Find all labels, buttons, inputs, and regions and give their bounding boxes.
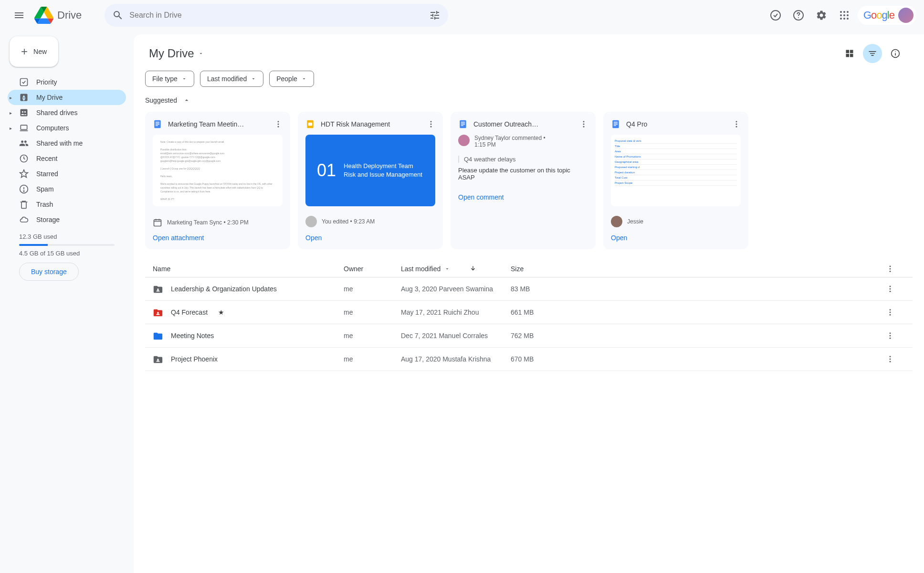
svg-rect-25: [156, 126, 158, 126]
table-row[interactable]: Meeting NotesmeDec 7, 2021 Manuel Corral…: [145, 324, 913, 348]
offline-status-button[interactable]: [766, 6, 785, 25]
apps-button[interactable]: [835, 6, 854, 25]
sort-caret-icon: [444, 266, 450, 272]
sidebar-item-priority[interactable]: Priority: [8, 74, 126, 90]
row-size-cell: 670 MB: [511, 355, 578, 363]
sidebar-item-my-drive[interactable]: ▸My Drive: [8, 90, 126, 105]
col-owner[interactable]: Owner: [344, 265, 401, 273]
suggested-card[interactable]: HDT Risk Management01Health Deployment T…: [298, 112, 443, 249]
location-breadcrumb[interactable]: My Drive: [145, 45, 208, 62]
expand-arrow-icon: ▸: [10, 126, 12, 131]
svg-point-42: [583, 126, 585, 127]
sidebar-item-shared-with-me[interactable]: Shared with me: [8, 136, 126, 151]
svg-point-41: [583, 124, 585, 125]
row-modified-cell: Aug 17, 2020 Mustafa Krishna: [401, 355, 511, 363]
sidebar-item-storage[interactable]: Storage: [8, 212, 126, 227]
gear-icon: [816, 10, 827, 21]
sidebar-item-computers[interactable]: ▸Computers: [8, 120, 126, 136]
svg-point-56: [890, 288, 891, 290]
nav-list: Priority▸My Drive▸Shared drives▸Computer…: [8, 74, 126, 227]
svg-point-6: [840, 14, 842, 16]
col-actions[interactable]: [886, 265, 905, 273]
google-logo: Google: [863, 9, 894, 21]
sidebar-item-recent[interactable]: Recent: [8, 151, 126, 166]
sidebar-item-spam[interactable]: Spam: [8, 181, 126, 197]
new-button[interactable]: + New: [10, 36, 58, 67]
row-menu-button[interactable]: [886, 285, 905, 293]
dropdown-caret-icon: [198, 51, 204, 56]
suggested-card[interactable]: Marketing Team Meetin…Note: Create a cop…: [145, 112, 290, 249]
storage-section: 12.3 GB used 4.5 GB of 15 GB used Buy st…: [8, 227, 126, 286]
info-button[interactable]: [886, 44, 905, 63]
svg-rect-31: [308, 123, 312, 126]
svg-rect-23: [156, 123, 159, 124]
sidebar: + New Priority▸My Drive▸Shared drives▸Co…: [0, 31, 134, 573]
card-menu-button[interactable]: [579, 120, 588, 128]
sidebar-item-starred[interactable]: Starred: [8, 166, 126, 181]
grid-view-button[interactable]: [840, 44, 859, 63]
card-action-link[interactable]: Open attachment: [153, 234, 283, 242]
main-menu-button[interactable]: [8, 4, 31, 27]
sidebar-item-shared-drives[interactable]: ▸Shared drives: [8, 105, 126, 120]
search-input[interactable]: [129, 11, 423, 20]
card-footer-text: You edited • 9:23 AM: [322, 218, 375, 225]
folder-icon: [153, 284, 162, 294]
buy-storage-button[interactable]: Buy storage: [19, 263, 79, 281]
row-size-cell: 83 MB: [511, 285, 578, 293]
help-button[interactable]: [789, 6, 808, 25]
row-menu-button[interactable]: [886, 355, 905, 363]
card-action-link[interactable]: Open comment: [458, 193, 588, 201]
filter-chip-people[interactable]: People: [269, 71, 314, 87]
row-owner-cell: me: [344, 355, 401, 363]
col-size[interactable]: Size: [511, 265, 578, 273]
app-logo[interactable]: Drive: [34, 6, 82, 25]
filter-chip-last-modified[interactable]: Last modified: [200, 71, 263, 87]
card-menu-button[interactable]: [274, 120, 283, 128]
help-icon: [793, 10, 804, 21]
col-name[interactable]: Name: [153, 265, 344, 273]
sidebar-item-label: Computers: [36, 124, 69, 132]
row-owner-cell: me: [344, 332, 401, 340]
svg-point-33: [430, 124, 432, 125]
filter-chip-file-type[interactable]: File type: [145, 71, 194, 87]
commenter-avatar: [458, 135, 470, 146]
col-modified[interactable]: Last modified: [401, 265, 511, 273]
table-row[interactable]: Leadership & Organization UpdatesmeAug 3…: [145, 277, 913, 301]
table-row[interactable]: Project PhoenixmeAug 17, 2020 Mustafa Kr…: [145, 348, 913, 371]
comment-meta: Sydney Taylor commented •1:15 PM: [474, 135, 546, 148]
suggested-toggle[interactable]: Suggested: [145, 96, 913, 104]
table-row[interactable]: Q4 Forecast★meMay 17, 2021 Ruichi Zhou66…: [145, 301, 913, 324]
user-avatar[interactable]: [898, 8, 914, 23]
trash-icon: [19, 200, 29, 209]
filter-view-button[interactable]: [863, 44, 882, 63]
svg-rect-47: [614, 126, 616, 126]
star-icon: ★: [218, 308, 224, 316]
card-menu-button[interactable]: [427, 120, 435, 128]
card-action-link[interactable]: Open: [611, 234, 741, 242]
thumbnail: 01Health Deployment Team Risk and Issue …: [305, 135, 435, 206]
settings-button[interactable]: [812, 6, 831, 25]
account-switcher[interactable]: Google: [858, 6, 916, 25]
svg-point-68: [890, 361, 891, 362]
row-menu-button[interactable]: [886, 308, 905, 317]
card-title: Customer Outreach…: [473, 120, 574, 128]
shared-drive-icon: [19, 108, 29, 117]
svg-point-57: [890, 291, 891, 292]
card-action-link[interactable]: Open: [305, 234, 435, 242]
sidebar-item-label: Priority: [36, 78, 57, 86]
sidebar-item-trash[interactable]: Trash: [8, 197, 126, 212]
search-options-icon[interactable]: [429, 10, 441, 21]
svg-rect-12: [21, 79, 28, 86]
svg-point-27: [278, 124, 279, 125]
sidebar-item-label: Starred: [36, 170, 58, 178]
calendar-icon: [153, 218, 162, 227]
row-menu-button[interactable]: [886, 331, 905, 340]
sidebar-item-label: Spam: [36, 185, 54, 193]
more-vert-icon: [886, 265, 894, 273]
suggested-card[interactable]: Customer Outreach…Sydney Taylor commente…: [451, 112, 596, 249]
search-bar[interactable]: [105, 4, 448, 27]
svg-point-61: [890, 314, 891, 316]
card-menu-button[interactable]: [732, 120, 741, 128]
suggested-card[interactable]: Q4 ProProposal date & versTitleAreaName …: [603, 112, 748, 249]
card-footer-text: Marketing Team Sync • 2:30 PM: [167, 219, 249, 226]
